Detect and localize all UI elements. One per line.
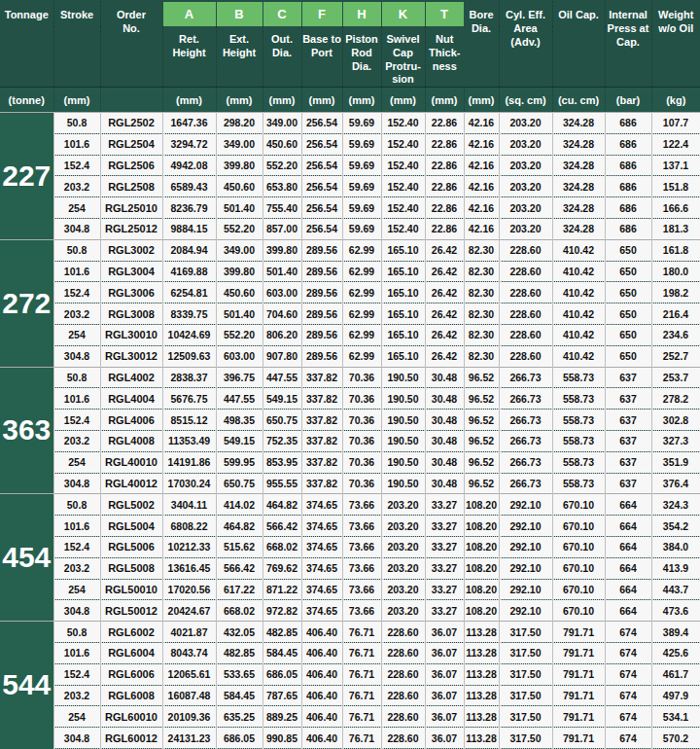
stroke-cell: 203.2	[53, 685, 100, 706]
internal-press-cell: 686	[605, 176, 651, 197]
dim-c-out-dia-cell: 668.02	[262, 536, 301, 557]
internal-press-cell: 650	[605, 345, 651, 367]
cyl-eff-area-cell: 203.20	[499, 133, 552, 155]
order-no-cell: RGL2508	[100, 176, 162, 197]
dim-f-base-to-port-cell: 256.54	[301, 218, 342, 239]
dim-c-out-dia-cell: 889.25	[262, 706, 301, 728]
bore-dia-cell: 113.28	[464, 728, 499, 749]
dim-a-ret-height-cell: 8339.75	[162, 303, 216, 325]
dim-k-swivel-cap-protrusion-cell: 190.50	[381, 430, 425, 451]
bore-dia-cell: 82.30	[464, 282, 499, 303]
dim-t-nut-thickness-cell: 36.07	[425, 663, 464, 685]
stroke-cell: 254	[53, 324, 100, 345]
unit-weight: (kg)	[651, 88, 700, 113]
col-desc-base-to-port: Base to Port	[301, 26, 342, 88]
internal-press-cell: 664	[605, 494, 651, 516]
bore-dia-cell: 108.20	[464, 557, 499, 579]
stroke-cell: 101.6	[53, 388, 100, 410]
weight-cell: 278.2	[651, 388, 700, 410]
bore-dia-cell: 108.20	[464, 516, 499, 537]
order-no-cell: RGL5004	[100, 516, 162, 537]
cyl-eff-area-cell: 266.73	[499, 451, 552, 473]
table-row: 27250.8RGL30022084.94349.00399.80289.566…	[0, 239, 700, 261]
weight-cell: 497.9	[651, 685, 700, 706]
dim-f-base-to-port-cell: 406.40	[301, 685, 342, 706]
dim-t-nut-thickness-cell: 26.42	[425, 239, 464, 261]
stroke-cell: 203.2	[53, 303, 100, 325]
dim-b-ext-height-cell: 635.25	[216, 706, 262, 728]
dim-t-nut-thickness-cell: 22.86	[425, 197, 464, 219]
cyl-eff-area-cell: 266.73	[499, 367, 552, 388]
dim-k-swivel-cap-protrusion-cell: 152.40	[381, 176, 425, 197]
oil-cap-cell: 324.28	[552, 218, 605, 239]
col-desc-out-dia: Out. Dia.	[262, 26, 301, 88]
dim-a-ret-height-cell: 8515.12	[162, 410, 216, 431]
dim-t-nut-thickness-cell: 30.48	[425, 473, 464, 494]
order-no-cell: RGL6006	[100, 663, 162, 685]
dim-a-ret-height-cell: 20109.36	[162, 706, 216, 728]
order-no-cell: RGL40010	[100, 451, 162, 473]
unit-oil-cap: (cu. cm)	[552, 88, 605, 113]
table-row: 54450.8RGL60024021.87432.05482.85406.407…	[0, 622, 700, 643]
unit-stroke: (mm)	[53, 88, 100, 113]
oil-cap-cell: 410.42	[552, 261, 605, 282]
dim-k-swivel-cap-protrusion-cell: 228.60	[381, 706, 425, 728]
tonnage-group-cell: 363	[0, 367, 53, 494]
oil-cap-cell: 558.73	[552, 430, 605, 451]
dim-t-nut-thickness-cell: 30.48	[425, 430, 464, 451]
oil-cap-cell: 410.42	[552, 345, 605, 367]
unit-dim-b: (mm)	[216, 88, 262, 113]
internal-press-cell: 637	[605, 410, 651, 431]
stroke-cell: 101.6	[53, 133, 100, 155]
dim-h-piston-rod-dia-cell: 62.99	[342, 282, 381, 303]
oil-cap-cell: 558.73	[552, 473, 605, 494]
dim-t-nut-thickness-cell: 36.07	[425, 622, 464, 643]
stroke-cell: 101.6	[53, 516, 100, 537]
dim-k-swivel-cap-protrusion-cell: 228.60	[381, 685, 425, 706]
stroke-cell: 50.8	[53, 367, 100, 388]
table-row: 101.6RGL40045676.75447.55549.15337.8270.…	[0, 388, 700, 410]
dim-c-out-dia-cell: 806.20	[262, 324, 301, 345]
cyl-eff-area-cell: 228.60	[499, 303, 552, 325]
bore-dia-cell: 113.28	[464, 706, 499, 728]
dim-f-base-to-port-cell: 256.54	[301, 197, 342, 219]
oil-cap-cell: 670.10	[552, 600, 605, 622]
weight-cell: 252.7	[651, 345, 700, 367]
dim-h-piston-rod-dia-cell: 70.36	[342, 367, 381, 388]
weight-cell: 461.7	[651, 663, 700, 685]
internal-press-cell: 650	[605, 261, 651, 282]
table-row: 152.4RGL500610212.33515.62668.02374.6573…	[0, 536, 700, 557]
unit-dim-c: (mm)	[262, 88, 301, 113]
oil-cap-cell: 324.28	[552, 197, 605, 219]
table-row: 101.6RGL25043294.72349.00450.60256.5459.…	[0, 133, 700, 155]
dim-f-base-to-port-cell: 406.40	[301, 622, 342, 643]
col-letter-c: C	[262, 1, 301, 26]
dim-c-out-dia-cell: 871.22	[262, 579, 301, 600]
dim-b-ext-height-cell: 515.62	[216, 536, 262, 557]
cyl-eff-area-cell: 317.50	[499, 642, 552, 663]
dim-b-ext-height-cell: 349.00	[216, 133, 262, 155]
dim-k-swivel-cap-protrusion-cell: 165.10	[381, 303, 425, 325]
dim-a-ret-height-cell: 4021.87	[162, 622, 216, 643]
tonnage-group-cell: 544	[0, 622, 53, 749]
cyl-eff-area-cell: 292.10	[499, 600, 552, 622]
dim-b-ext-height-cell: 549.15	[216, 430, 262, 451]
dim-f-base-to-port-cell: 337.82	[301, 367, 342, 388]
unit-internal-press: (bar)	[605, 88, 651, 113]
oil-cap-cell: 410.42	[552, 303, 605, 325]
unit-bore-dia: (mm)	[464, 88, 499, 113]
stroke-cell: 152.4	[53, 282, 100, 303]
bore-dia-cell: 113.28	[464, 642, 499, 663]
dim-c-out-dia-cell: 907.80	[262, 345, 301, 367]
dim-k-swivel-cap-protrusion-cell: 228.60	[381, 642, 425, 663]
bore-dia-cell: 82.30	[464, 261, 499, 282]
dim-k-swivel-cap-protrusion-cell: 203.20	[381, 516, 425, 537]
dim-f-base-to-port-cell: 374.65	[301, 579, 342, 600]
weight-cell: 161.8	[651, 239, 700, 261]
dim-t-nut-thickness-cell: 22.86	[425, 133, 464, 155]
dim-c-out-dia-cell: 399.80	[262, 239, 301, 261]
unit-tonnage: (tonne)	[0, 88, 53, 113]
internal-press-cell: 650	[605, 282, 651, 303]
dim-b-ext-height-cell: 552.20	[216, 218, 262, 239]
dim-t-nut-thickness-cell: 26.42	[425, 345, 464, 367]
